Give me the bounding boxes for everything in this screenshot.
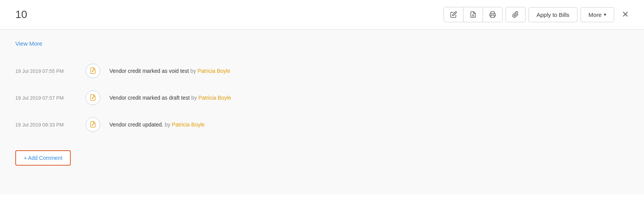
more-label: More	[589, 12, 602, 18]
apply-to-bills-button[interactable]: Apply to Bills	[529, 7, 577, 22]
header-actions: Apply to Bills More ▾ ✕	[444, 7, 632, 22]
activity-by-label: by	[189, 68, 198, 74]
activity-icon	[86, 64, 100, 78]
header: 10	[0, 0, 644, 30]
activity-action: Vendor credit marked as draft test	[109, 95, 190, 101]
paperclip-icon	[512, 11, 519, 18]
activity-item: 19 Jul 2019 07:55 PM Vendor credit marke…	[15, 58, 629, 84]
add-comment-button[interactable]: + Add Comment	[15, 150, 71, 166]
activity-icon	[86, 90, 100, 105]
more-button[interactable]: More ▾	[581, 7, 614, 22]
activity-author: Patricia Boyle	[198, 95, 231, 101]
doc-edit-icon	[89, 94, 96, 102]
activity-action: Vendor credit updated.	[109, 122, 163, 128]
activity-action: Vendor credit marked as void test	[109, 68, 189, 74]
activity-text: Vendor credit updated. by Patricia Boyle	[109, 122, 205, 128]
activity-list: 19 Jul 2019 07:55 PM Vendor credit marke…	[15, 58, 629, 138]
attachment-button[interactable]	[506, 7, 525, 22]
activity-timestamp: 19 Jul 2019 07:57 PM	[15, 95, 76, 101]
chevron-down-icon: ▾	[604, 12, 606, 17]
apply-to-bills-label: Apply to Bills	[537, 12, 569, 18]
icon-button-group	[444, 7, 503, 22]
pdf-button[interactable]	[463, 7, 483, 22]
print-button[interactable]	[483, 7, 502, 22]
print-icon	[489, 11, 496, 18]
doc-edit-icon	[89, 121, 96, 128]
page-container: 10	[0, 0, 644, 207]
activity-by-label: by	[190, 95, 198, 101]
activity-timestamp: 19 Jul 2019 07:55 PM	[15, 68, 76, 74]
close-button[interactable]: ✕	[619, 8, 632, 21]
edit-icon	[450, 11, 457, 18]
activity-by-label: by	[163, 122, 172, 128]
activity-icon	[86, 117, 100, 132]
activity-text: Vendor credit marked as void test by Pat…	[109, 68, 230, 74]
add-comment-label: + Add Comment	[24, 155, 62, 161]
content-area: View More 19 Jul 2019 07:55 PM Vendor cr…	[0, 30, 644, 194]
activity-item: 19 Jul 2019 09:33 PM Vendor credit updat…	[15, 111, 629, 138]
svg-rect-2	[491, 15, 494, 18]
view-more-link[interactable]: View More	[15, 40, 42, 47]
record-number: 10	[15, 8, 27, 21]
activity-author: Patricia Boyle	[197, 68, 230, 74]
edit-button[interactable]	[444, 7, 463, 22]
activity-item: 19 Jul 2019 07:57 PM Vendor credit marke…	[15, 84, 629, 111]
close-icon: ✕	[622, 10, 629, 19]
doc-edit-icon	[89, 67, 96, 75]
activity-timestamp: 19 Jul 2019 09:33 PM	[15, 122, 76, 128]
pdf-icon	[470, 11, 476, 18]
activity-author: Patricia Boyle	[172, 122, 205, 128]
activity-text: Vendor credit marked as draft test by Pa…	[109, 95, 231, 101]
